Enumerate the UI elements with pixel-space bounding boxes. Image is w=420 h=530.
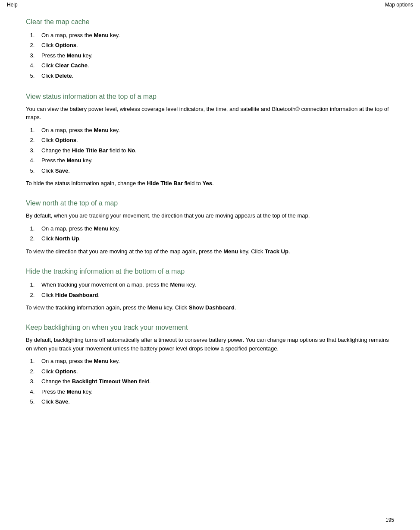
step-item: Click Save. bbox=[36, 166, 394, 176]
step-item: Click Options. bbox=[36, 135, 394, 145]
step-item: Press the Menu key. bbox=[36, 50, 394, 60]
page-footer: 195 bbox=[386, 517, 394, 523]
section-note-view-status-info: To hide the status information again, ch… bbox=[26, 179, 394, 188]
section-keep-backlighting: Keep backlighting on when you track your… bbox=[26, 324, 394, 407]
step-item: Click Options. bbox=[36, 40, 394, 50]
section-desc-view-status-info: You can view the battery power level, wi… bbox=[26, 105, 394, 122]
page-header: Help Map options bbox=[0, 0, 420, 9]
header-left: Help bbox=[7, 2, 18, 8]
section-view-north-top: View north at the top of a mapBy default… bbox=[26, 199, 394, 256]
steps-list-clear-map-cache: On a map, press the Menu key.Click Optio… bbox=[36, 30, 394, 81]
step-item: Click Hide Dashboard. bbox=[36, 290, 394, 300]
step-item: Press the Menu key. bbox=[36, 155, 394, 165]
steps-list-keep-backlighting: On a map, press the Menu key.Click Optio… bbox=[36, 356, 394, 407]
header-right: Map options bbox=[385, 2, 413, 8]
step-item: Click Save. bbox=[36, 397, 394, 407]
section-clear-map-cache: Clear the map cacheOn a map, press the M… bbox=[26, 18, 394, 81]
step-item: Change the Backlight Timeout When field. bbox=[36, 376, 394, 386]
step-item: Press the Menu key. bbox=[36, 387, 394, 397]
step-item: Change the Hide Title Bar field to No. bbox=[36, 145, 394, 155]
section-note-view-north-top: To view the direction that you are movin… bbox=[26, 247, 394, 256]
step-item: Click Options. bbox=[36, 366, 394, 376]
section-title-hide-tracking-info: Hide the tracking information at the bot… bbox=[26, 268, 394, 275]
steps-list-view-north-top: On a map, press the Menu key.Click North… bbox=[36, 224, 394, 244]
section-desc-keep-backlighting: By default, backlighting turns off autom… bbox=[26, 336, 394, 353]
step-item: When tracking your movement on a map, pr… bbox=[36, 280, 394, 290]
step-item: Click North Up. bbox=[36, 233, 394, 243]
section-title-keep-backlighting: Keep backlighting on when you track your… bbox=[26, 324, 394, 331]
page-number: 195 bbox=[386, 517, 394, 523]
section-title-clear-map-cache: Clear the map cache bbox=[26, 18, 394, 26]
step-item: On a map, press the Menu key. bbox=[36, 30, 394, 40]
section-title-view-north-top: View north at the top of a map bbox=[26, 199, 394, 207]
step-item: Click Clear Cache. bbox=[36, 60, 394, 70]
step-item: On a map, press the Menu key. bbox=[36, 125, 394, 135]
section-title-view-status-info: View status information at the top of a … bbox=[26, 93, 394, 101]
main-content: Clear the map cacheOn a map, press the M… bbox=[0, 9, 420, 436]
section-view-status-info: View status information at the top of a … bbox=[26, 93, 394, 187]
section-hide-tracking-info: Hide the tracking information at the bot… bbox=[26, 268, 394, 312]
steps-list-hide-tracking-info: When tracking your movement on a map, pr… bbox=[36, 280, 394, 300]
step-item: Click Delete. bbox=[36, 71, 394, 81]
section-note-hide-tracking-info: To view the tracking information again, … bbox=[26, 303, 394, 312]
section-desc-view-north-top: By default, when you are tracking your m… bbox=[26, 211, 394, 220]
step-item: On a map, press the Menu key. bbox=[36, 224, 394, 233]
step-item: On a map, press the Menu key. bbox=[36, 356, 394, 366]
steps-list-view-status-info: On a map, press the Menu key.Click Optio… bbox=[36, 125, 394, 176]
